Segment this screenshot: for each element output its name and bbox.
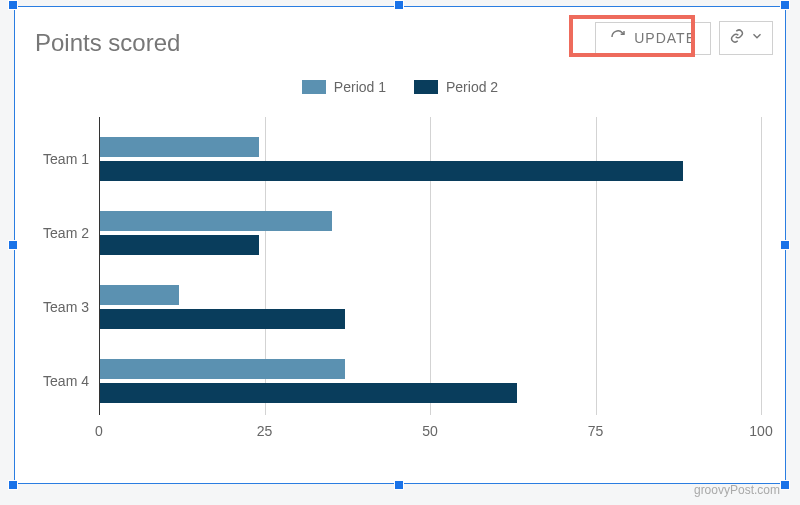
category-label: Team 3 [29, 299, 89, 315]
gridline [761, 117, 762, 415]
legend-label: Period 2 [446, 79, 498, 95]
legend: Period 1 Period 2 [15, 79, 785, 95]
chart-toolbar: UPDATE [595, 21, 773, 55]
resize-handle-bottom-left[interactable] [8, 480, 18, 490]
legend-swatch [414, 80, 438, 94]
bar[interactable] [100, 383, 517, 403]
x-tick-label: 100 [749, 423, 772, 439]
link-icon [728, 28, 746, 48]
resize-handle-top-right[interactable] [780, 0, 790, 10]
category-label: Team 2 [29, 225, 89, 241]
bar[interactable] [100, 309, 345, 329]
x-tick-label: 0 [95, 423, 103, 439]
category-label: Team 1 [29, 151, 89, 167]
resize-handle-middle-left[interactable] [8, 240, 18, 250]
bar[interactable] [100, 161, 683, 181]
resize-handle-top-middle[interactable] [394, 0, 404, 10]
update-label: UPDATE [634, 30, 696, 46]
resize-handle-bottom-right[interactable] [780, 480, 790, 490]
bar[interactable] [100, 359, 345, 379]
link-options-button[interactable] [719, 21, 773, 55]
resize-handle-middle-right[interactable] [780, 240, 790, 250]
legend-item[interactable]: Period 2 [414, 79, 498, 95]
bar[interactable] [100, 285, 179, 305]
chevron-down-icon [750, 29, 764, 47]
chart-object[interactable]: Points scored UPDATE [14, 6, 786, 484]
bar[interactable] [100, 211, 332, 231]
plot-area: 0255075100Team 1Team 2Team 3Team 4 [99, 117, 761, 437]
bar[interactable] [100, 137, 259, 157]
bar[interactable] [100, 235, 259, 255]
resize-handle-top-left[interactable] [8, 0, 18, 10]
legend-swatch [302, 80, 326, 94]
x-tick-label: 25 [257, 423, 273, 439]
watermark: groovyPost.com [694, 483, 780, 497]
chart-title: Points scored [35, 29, 180, 57]
x-tick-label: 75 [588, 423, 604, 439]
resize-handle-bottom-middle[interactable] [394, 480, 404, 490]
legend-label: Period 1 [334, 79, 386, 95]
refresh-icon [610, 29, 626, 48]
category-label: Team 4 [29, 373, 89, 389]
update-button[interactable]: UPDATE [595, 22, 711, 55]
x-tick-label: 50 [422, 423, 438, 439]
legend-item[interactable]: Period 1 [302, 79, 386, 95]
